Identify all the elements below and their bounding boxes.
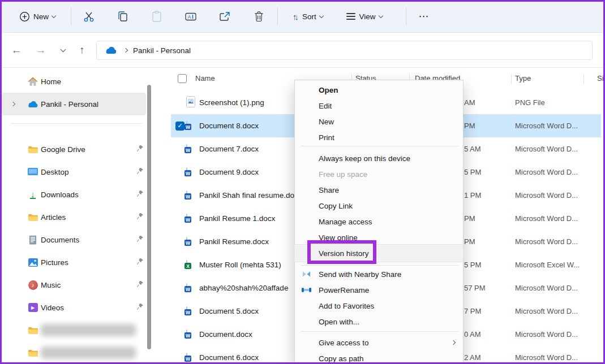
menu-item-give-access-to[interactable]: Give access to bbox=[295, 335, 463, 350]
more-options-button[interactable]: ⋯ bbox=[411, 5, 436, 28]
download-arrow-icon: ↓ bbox=[27, 190, 38, 199]
menu-item-print[interactable]: Print bbox=[295, 129, 463, 145]
sidebar-item-blurred-1[interactable] bbox=[2, 320, 146, 340]
sidebar-item-pictures[interactable]: Pictures bbox=[2, 251, 146, 274]
plus-circle-icon bbox=[19, 11, 30, 22]
new-button[interactable]: New bbox=[8, 5, 67, 28]
up-button[interactable]: ↑ bbox=[72, 33, 92, 68]
column-divider[interactable] bbox=[583, 73, 584, 85]
delete-button[interactable] bbox=[246, 5, 271, 28]
sidebar-item-pankil-personal[interactable]: Pankil - Personal bbox=[2, 93, 146, 115]
sidebar-item-desktop[interactable]: Desktop bbox=[2, 161, 146, 183]
address-bar[interactable]: Pankil - Personal bbox=[96, 41, 593, 60]
menu-item-always-keep-on-this-device[interactable]: Always keep on this device bbox=[295, 150, 463, 166]
menu-item-powerrename[interactable]: PowerRename bbox=[295, 282, 463, 298]
row-checkbox[interactable]: ✓ bbox=[175, 122, 184, 131]
menu-item-copy-link[interactable]: Copy Link bbox=[295, 198, 463, 214]
forward-button[interactable]: → bbox=[31, 33, 50, 68]
file-name: Document 8.docx bbox=[199, 122, 259, 130]
sidebar-item-label: Google Drive bbox=[41, 145, 85, 154]
sidebar-item-label: Articles bbox=[41, 213, 66, 222]
word-file-icon: W bbox=[186, 353, 187, 362]
file-name: Pankil Shah final resume.docx bbox=[199, 191, 302, 200]
share-icon bbox=[219, 11, 230, 21]
onedrive-cloud-icon bbox=[27, 101, 38, 108]
menu-item-send-with-nearby-share[interactable]: Send with Nearby Share bbox=[295, 266, 463, 282]
sidebar-item-home[interactable]: Home bbox=[2, 73, 146, 89]
sidebar-item-downloads[interactable]: ↓ Downloads bbox=[2, 183, 146, 206]
file-type: Microsoft Word D... bbox=[515, 191, 578, 200]
word-file-icon: W bbox=[186, 122, 187, 130]
file-type: Microsoft Word D... bbox=[515, 330, 578, 339]
pin-icon bbox=[136, 190, 144, 199]
videos-icon: ▶ bbox=[27, 303, 38, 312]
word-file-icon: W bbox=[186, 168, 187, 176]
recent-locations-button[interactable] bbox=[53, 33, 72, 68]
paste-icon bbox=[152, 11, 161, 22]
menu-item-copy-as-path[interactable]: Copy as path bbox=[295, 350, 463, 364]
file-type: Microsoft Word D... bbox=[515, 168, 578, 176]
sidebar-item-documents[interactable]: Documents bbox=[2, 228, 146, 251]
context-menu: Open Edit New Print Always keep on this … bbox=[294, 80, 464, 364]
file-name: Document 9.docx bbox=[199, 168, 259, 176]
folder-icon bbox=[27, 349, 38, 357]
menu-item-manage-access[interactable]: Manage access bbox=[295, 214, 463, 229]
folder-icon bbox=[27, 326, 38, 335]
sidebar-item-google-drive[interactable]: Google Drive bbox=[2, 138, 146, 161]
menu-item-share[interactable]: Share bbox=[295, 182, 463, 198]
column-divider[interactable] bbox=[511, 73, 512, 85]
file-date-modified: 5 PM bbox=[464, 168, 481, 176]
cut-button[interactable] bbox=[76, 5, 101, 28]
menu-item-free-up-space: Free up space bbox=[295, 166, 463, 182]
expand-chevron-icon[interactable] bbox=[11, 102, 15, 106]
select-all-checkbox[interactable] bbox=[178, 74, 187, 83]
sidebar-item-videos[interactable]: ▶ Videos bbox=[2, 296, 146, 319]
column-header-size[interactable]: Size bbox=[597, 74, 605, 83]
rename-button[interactable]: A bbox=[178, 5, 203, 28]
sidebar-item-label: Pictures bbox=[41, 258, 68, 267]
file-type: Microsoft Word D... bbox=[515, 353, 578, 362]
excel-file-icon: X bbox=[186, 261, 187, 269]
menu-item-view-online[interactable]: View online bbox=[295, 229, 463, 245]
svg-text:A: A bbox=[188, 14, 191, 20]
column-header-type[interactable]: Type bbox=[515, 74, 531, 83]
sidebar-item-music[interactable]: ♪ Music bbox=[2, 274, 146, 296]
file-date-modified: 57 PM bbox=[464, 284, 486, 292]
png-file-icon bbox=[186, 96, 195, 109]
file-date-modified: AM bbox=[464, 98, 475, 107]
share-button[interactable] bbox=[212, 5, 237, 28]
sidebar-divider bbox=[11, 123, 142, 124]
file-name: Document 7.docx bbox=[199, 145, 259, 153]
word-file-icon: W bbox=[186, 191, 187, 200]
pin-icon bbox=[136, 213, 144, 222]
copy-button[interactable] bbox=[110, 5, 135, 28]
back-button[interactable]: ← bbox=[7, 33, 26, 68]
copy-icon bbox=[118, 11, 128, 22]
file-date-modified: 5 PM bbox=[464, 261, 481, 269]
sidebar-item-blurred-2[interactable] bbox=[2, 343, 146, 363]
sort-button-label: Sort bbox=[302, 12, 316, 21]
menu-item-open-with[interactable]: Open with... bbox=[295, 314, 463, 330]
file-type: PNG File bbox=[515, 98, 545, 107]
file-type: Microsoft Word D... bbox=[515, 122, 578, 130]
menu-item-new[interactable]: New bbox=[295, 114, 463, 129]
sidebar-item-articles[interactable]: Articles bbox=[2, 206, 146, 228]
view-button-label: View bbox=[359, 12, 375, 21]
menu-item-edit[interactable]: Edit bbox=[295, 98, 463, 114]
menu-item-add-to-favorites[interactable]: Add to Favorites bbox=[295, 298, 463, 314]
ellipsis-icon: ⋯ bbox=[419, 10, 430, 23]
file-date-modified: PM bbox=[464, 214, 475, 223]
navigation-pane: Home Pankil - Personal Google Drive Desk… bbox=[2, 68, 146, 362]
menu-item-open[interactable]: Open bbox=[295, 82, 463, 98]
paste-button[interactable] bbox=[144, 5, 169, 28]
view-button[interactable]: View bbox=[338, 5, 391, 28]
sort-button[interactable]: ↑↓ Sort bbox=[283, 5, 333, 28]
menu-item-version-history[interactable]: Version history bbox=[295, 245, 463, 262]
file-type: Microsoft Word D... bbox=[515, 307, 578, 315]
sidebar-scrollbar[interactable] bbox=[147, 85, 151, 349]
breadcrumb-location[interactable]: Pankil - Personal bbox=[133, 46, 191, 55]
word-file-icon: W bbox=[186, 145, 187, 153]
pin-icon bbox=[136, 258, 144, 267]
column-header-name[interactable]: Name bbox=[195, 74, 215, 83]
home-icon bbox=[27, 77, 38, 86]
